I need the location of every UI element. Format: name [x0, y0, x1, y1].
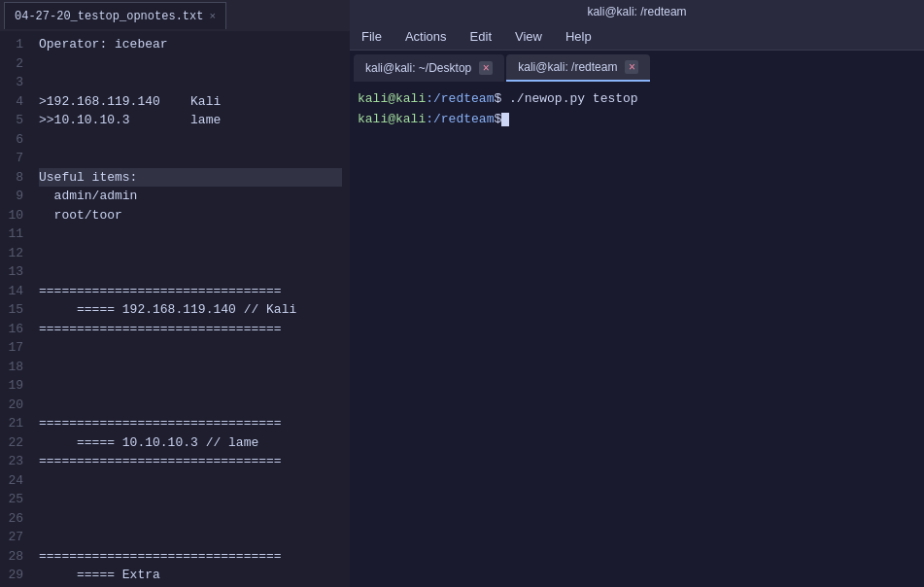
line-number: 22 [0, 433, 23, 453]
code-line [39, 471, 342, 491]
terminal-body[interactable]: kali@kali:/redteam$ ./newop.py testopkal… [350, 82, 924, 587]
code-line: admin/admin [39, 187, 342, 206]
editor-tab-bar: 04-27-20_testop_opnotes.txt × [0, 0, 350, 31]
line-number: 9 [0, 187, 23, 206]
line-number: 15 [0, 300, 23, 320]
prompt-user: kali@kali [358, 112, 426, 126]
terminal-title: kali@kali: /redteam [587, 5, 686, 18]
code-line [39, 358, 342, 377]
menu-file[interactable]: File [358, 27, 386, 46]
code-line [39, 149, 342, 168]
line-number: 25 [0, 490, 23, 509]
code-line: ================================ [39, 452, 342, 471]
code-line [39, 376, 342, 396]
line-number: 13 [0, 262, 23, 282]
code-line [39, 338, 342, 358]
line-number: 12 [0, 244, 23, 263]
prompt-path: :/redteam [426, 112, 494, 126]
terminal-tab-label: kali@kali: ~/Desktop [365, 61, 471, 75]
line-number: 2 [0, 54, 23, 74]
terminal-tab-close[interactable]: × [479, 61, 493, 75]
line-number: 28 [0, 547, 23, 567]
line-number: 8 [0, 168, 23, 188]
editor-tab-close[interactable]: × [209, 11, 216, 22]
code-line: Operator: icebear [39, 35, 342, 54]
code-line [39, 262, 342, 282]
terminal-cursor [501, 113, 509, 126]
line-number: 23 [0, 452, 23, 471]
editor-tab-filename: 04-27-20_testop_opnotes.txt [15, 10, 203, 23]
code-line: ===== 10.10.10.3 // lame [39, 433, 342, 453]
terminal-tab-close[interactable]: × [625, 60, 638, 74]
code-line: ===== 192.168.119.140 // Kali [39, 300, 342, 320]
code-line [39, 224, 342, 244]
line-number: 20 [0, 396, 23, 415]
prompt-path: :/redteam [426, 91, 494, 106]
menu-edit[interactable]: Edit [466, 27, 496, 46]
code-line: >192.168.119.140 Kali [39, 92, 342, 112]
line-number: 24 [0, 471, 23, 491]
line-number: 21 [0, 414, 23, 433]
menu-help[interactable]: Help [562, 27, 596, 46]
line-number: 1 [0, 35, 23, 54]
line-number: 14 [0, 282, 23, 301]
code-line: Useful items: [39, 168, 342, 188]
code-line [39, 130, 342, 150]
line-number: 17 [0, 338, 23, 358]
code-line: root/toor [39, 206, 342, 225]
line-number: 3 [0, 73, 23, 92]
line-number: 7 [0, 149, 23, 168]
code-line [39, 244, 342, 263]
line-number: 16 [0, 320, 23, 339]
code-line [39, 528, 342, 547]
editor-text[interactable]: Operator: icebear>192.168.119.140 Kali>>… [31, 31, 350, 587]
line-number: 10 [0, 206, 23, 225]
code-line [39, 54, 342, 74]
line-number: 27 [0, 528, 23, 547]
editor-content: 1234567891011121314151617181920212223242… [0, 31, 350, 587]
line-number: 11 [0, 224, 23, 244]
prompt-user: kali@kali [358, 91, 426, 106]
line-number: 18 [0, 358, 23, 377]
line-number: 26 [0, 509, 23, 529]
code-line: ===== Extra [39, 566, 342, 585]
terminal-tab-1[interactable]: kali@kali: /redteam× [506, 54, 650, 82]
terminal-command: ./newop.py testop [501, 91, 637, 106]
code-line [39, 509, 342, 529]
line-number: 4 [0, 92, 23, 112]
editor-tab[interactable]: 04-27-20_testop_opnotes.txt × [4, 2, 226, 29]
menu-view[interactable]: View [511, 27, 546, 46]
code-line: ================================ [39, 282, 342, 301]
code-line [39, 490, 342, 509]
prompt-symbol: $ [494, 112, 501, 126]
editor-panel: 04-27-20_testop_opnotes.txt × 1234567891… [0, 0, 350, 587]
menu-actions[interactable]: Actions [401, 27, 451, 46]
terminal-tabs: kali@kali: ~/Desktop×kali@kali: /redteam… [350, 51, 924, 82]
terminal-tab-0[interactable]: kali@kali: ~/Desktop× [354, 54, 504, 82]
line-number: 5 [0, 111, 23, 130]
code-line: ================================ [39, 320, 342, 339]
line-number: 29 [0, 566, 23, 585]
line-number: 6 [0, 130, 23, 150]
terminal-menu-bar: File Actions Edit View Help [350, 23, 924, 51]
code-line [39, 396, 342, 415]
line-numbers: 1234567891011121314151617181920212223242… [0, 31, 31, 587]
code-line [39, 73, 342, 92]
line-number: 19 [0, 376, 23, 396]
terminal-panel: kali@kali: /redteam File Actions Edit Vi… [350, 0, 924, 587]
code-line: >>10.10.10.3 lame [39, 111, 342, 130]
terminal-line: kali@kali:/redteam$ ./newop.py testop [358, 89, 916, 110]
code-line: ================================ [39, 414, 342, 433]
terminal-tab-label: kali@kali: /redteam [518, 60, 617, 74]
code-line: ================================ [39, 547, 342, 567]
terminal-line: kali@kali:/redteam$ [358, 110, 916, 130]
terminal-title-bar: kali@kali: /redteam [350, 0, 924, 23]
